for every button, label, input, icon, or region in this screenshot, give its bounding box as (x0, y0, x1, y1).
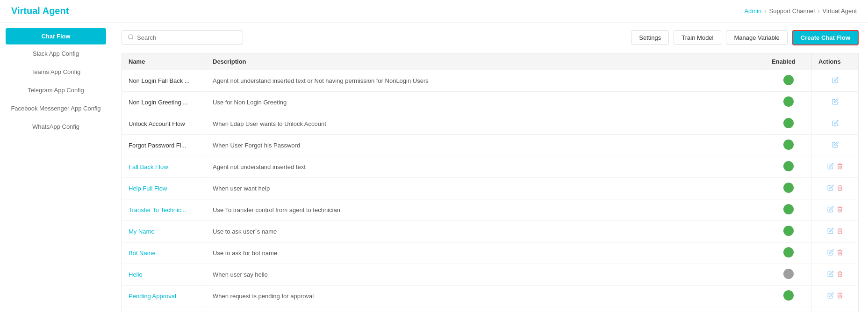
breadcrumb-admin[interactable]: Admin (744, 7, 761, 15)
sidebar-item-whatsapp-config[interactable]: WhatsApp Config (0, 118, 112, 136)
flow-actions (812, 156, 859, 178)
delete-icon[interactable] (837, 206, 843, 214)
flow-name: Unlock Account Flow (122, 113, 206, 135)
edit-icon[interactable] (827, 293, 834, 300)
table-row: Fall Back FlowAgent not understand inser… (122, 156, 859, 178)
toolbar: Settings Train Model Manage Variable Cre… (122, 30, 859, 45)
delete-icon[interactable] (837, 163, 843, 171)
edit-icon[interactable] (827, 163, 834, 171)
delete-icon[interactable] (837, 271, 843, 279)
flow-enabled[interactable] (765, 178, 812, 199)
sidebar-item-slack-app-config[interactable]: Slack App Config (0, 44, 112, 63)
flow-name-link[interactable]: Help Full Flow (129, 185, 167, 192)
flow-name-link[interactable]: Hello (129, 271, 143, 278)
sidebar-item-teams-app-config[interactable]: Teams App Config (0, 63, 112, 81)
sidebar: Chat Flow Slack App Config Teams App Con… (0, 22, 112, 312)
table-row: My NameUse to ask user`s name (122, 221, 859, 243)
flow-description: When User Forgot his Password (206, 135, 765, 156)
edit-icon[interactable] (832, 99, 839, 106)
sidebar-item-facebook-messenger-app-config[interactable]: Facebook Messenger App Config (0, 99, 112, 118)
breadcrumb-sep-1: › (764, 7, 766, 15)
delete-icon[interactable] (837, 185, 843, 192)
col-header-actions: Actions (812, 53, 859, 70)
delete-icon[interactable] (837, 228, 843, 235)
flow-actions (812, 286, 859, 307)
search-box (122, 30, 243, 45)
flow-enabled[interactable] (765, 156, 812, 178)
svg-line-1 (132, 38, 134, 40)
page-header: Virtual Agent Admin › Support Channel › … (0, 0, 868, 22)
flow-actions (812, 243, 859, 264)
flow-name-link[interactable]: My Name (129, 228, 155, 235)
breadcrumb-virtual-agent: Virtual Agent (823, 7, 857, 15)
flow-enabled[interactable] (765, 113, 812, 135)
flow-description: When request is pending for approval (206, 286, 765, 307)
flow-enabled[interactable] (765, 286, 812, 307)
flow-actions (812, 113, 859, 135)
flow-actions (812, 178, 859, 199)
col-header-name: Name (122, 53, 206, 70)
sidebar-item-telegram-app-config[interactable]: Telegram App Config (0, 81, 112, 99)
flow-name-link[interactable]: Pending Approval (129, 293, 176, 300)
table-row: Transfer To Technic...Use To transfer co… (122, 199, 859, 221)
flow-name: Forgot Password Fl... (122, 135, 206, 156)
flow-description: When user want help (206, 178, 765, 199)
flow-description: Agent not understand inserted text or No… (206, 70, 765, 92)
create-chat-flow-button[interactable]: Create Chat Flow (792, 30, 859, 45)
toolbar-actions: Settings Train Model Manage Variable Cre… (631, 30, 859, 45)
table-row: Forgot Password Fl...When User Forgot hi… (122, 135, 859, 156)
sidebar-item-chat-flow[interactable]: Chat Flow (6, 28, 106, 44)
flow-enabled[interactable] (765, 199, 812, 221)
flow-description: When user say hello (206, 264, 765, 286)
flow-name-link[interactable]: Bot Name (129, 250, 156, 257)
edit-icon[interactable] (827, 271, 834, 279)
flow-enabled[interactable] (765, 135, 812, 156)
table-header-row: Name Description Enabled Actions (122, 53, 859, 70)
search-input[interactable] (137, 34, 237, 41)
flow-actions (812, 307, 859, 313)
edit-icon[interactable] (832, 77, 839, 85)
breadcrumb-support-channel: Support Channel (769, 7, 815, 15)
flow-name-link[interactable]: Transfer To Technic... (129, 206, 186, 213)
table-row: Non Login Fall Back ...Agent not underst… (122, 70, 859, 92)
edit-icon[interactable] (832, 120, 839, 128)
flow-description: Use for Non Login Greeting (206, 92, 765, 113)
flow-actions (812, 92, 859, 113)
flow-enabled[interactable] (765, 92, 812, 113)
flow-enabled[interactable] (765, 307, 812, 313)
flow-description: Agent not understand inserted text (206, 156, 765, 178)
flow-actions (812, 199, 859, 221)
delete-icon[interactable] (837, 293, 843, 300)
table-row: Non Login Greeting ...Use for Non Login … (122, 92, 859, 113)
table-row: HelloWhen user say hello (122, 264, 859, 286)
col-header-description: Description (206, 53, 765, 70)
edit-icon[interactable] (832, 142, 839, 149)
flow-enabled[interactable] (765, 264, 812, 286)
col-header-enabled: Enabled (765, 53, 812, 70)
edit-icon[interactable] (827, 250, 834, 257)
flow-description: Use To transfer control from agent to te… (206, 199, 765, 221)
flow-description: Use to ask user`s name (206, 221, 765, 243)
edit-icon[interactable] (827, 228, 834, 235)
settings-button[interactable]: Settings (631, 30, 669, 45)
flow-enabled[interactable] (765, 70, 812, 92)
table-row: Bot NameUse to ask for bot name (122, 243, 859, 264)
train-model-button[interactable]: Train Model (674, 30, 721, 45)
edit-icon[interactable] (827, 185, 834, 192)
flow-name-link[interactable]: Fall Back Flow (129, 163, 168, 170)
delete-icon[interactable] (837, 250, 843, 257)
search-icon (128, 34, 134, 42)
flow-actions (812, 264, 859, 286)
flow-enabled[interactable] (765, 221, 812, 243)
flow-name: Non Login Greeting ... (122, 92, 206, 113)
main-content: Settings Train Model Manage Variable Cre… (112, 22, 868, 312)
flow-enabled[interactable] (765, 243, 812, 264)
svg-point-0 (129, 35, 133, 39)
breadcrumb: Admin › Support Channel › Virtual Agent (744, 7, 857, 15)
manage-variable-button[interactable]: Manage Variable (726, 30, 787, 45)
edit-icon[interactable] (827, 206, 834, 214)
flow-description: Use to ask for bot name (206, 243, 765, 264)
table-row: Open RequestWhen user want to open reque… (122, 307, 859, 313)
table-row: Help Full FlowWhen user want help (122, 178, 859, 199)
flow-description: When Ldap User wants to Unlock Account (206, 113, 765, 135)
